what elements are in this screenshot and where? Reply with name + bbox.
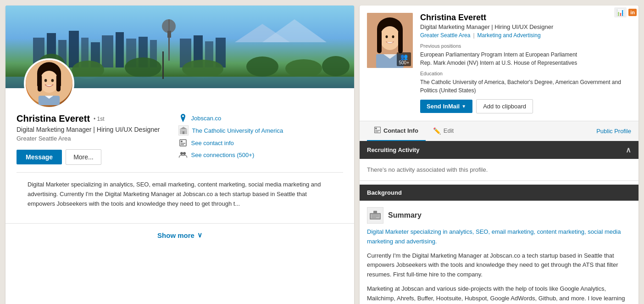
svg-rect-53 — [377, 30, 382, 53]
contact-info-link[interactable]: See contact info — [178, 138, 283, 147]
connections-link[interactable]: See connections (500+) — [178, 150, 283, 159]
action-buttons: Message More... — [17, 149, 160, 165]
message-button[interactable]: Message — [17, 150, 62, 164]
add-to-clipboard-button[interactable]: Add to clipboard — [476, 99, 533, 113]
recruiting-activity-title: Recruiting Activity — [367, 146, 419, 153]
education-text: The Catholic University of America, Bach… — [420, 78, 631, 95]
show-more-row: Show more ∨ — [6, 223, 354, 247]
right-industry[interactable]: Marketing and Advertising — [477, 32, 541, 39]
summary-highlight-text: Digital Marketer specializing in analyti… — [367, 228, 621, 245]
svg-rect-16 — [167, 31, 171, 38]
tab-contact-info[interactable]: Contact Info — [367, 121, 426, 141]
right-location[interactable]: Greater Seattle Area — [420, 32, 470, 39]
summary-title: Summary — [388, 211, 422, 220]
svg-point-47 — [180, 152, 183, 155]
svg-point-32 — [40, 71, 59, 93]
linkedin-icon: in — [628, 9, 637, 16]
svg-point-27 — [322, 56, 350, 76]
summary-body: Digital Marketer specializing in analyti… — [360, 227, 638, 304]
contact-info-tab-label: Contact Info — [383, 127, 418, 134]
connections-icon — [178, 150, 188, 159]
profile-name-title-block: Christina Everett • 1st Digital Marketin… — [17, 113, 160, 165]
jobscan-link-text: Jobscan.co — [191, 115, 222, 122]
more-button[interactable]: More... — [66, 149, 101, 165]
school-icon — [178, 125, 189, 135]
school-link[interactable]: The Catholic University of America — [178, 125, 283, 135]
svg-point-25 — [246, 56, 278, 77]
svg-marker-41 — [179, 127, 188, 129]
svg-rect-60 — [375, 128, 377, 129]
location-divider: | — [473, 32, 474, 39]
profile-summary: Digital Marketer specializing in analyti… — [17, 180, 343, 208]
svg-rect-9 — [102, 35, 113, 68]
right-profile-title: Digital Marketing Manager | Hiring UI/UX… — [420, 23, 631, 30]
public-profile-link[interactable]: Public Profile — [596, 128, 631, 135]
no-activity-message: There's no activity associated with this… — [360, 159, 638, 181]
send-inmail-label: Send InMail — [427, 103, 460, 110]
right-action-buttons: Send InMail ▼ Add to clipboard — [420, 99, 631, 113]
previous-positions-label: Previous positions — [420, 43, 631, 49]
profile-chart-icon: 📊 — [614, 7, 627, 17]
summary-icon — [367, 207, 383, 224]
connections-count-badge: 👥 500+ — [397, 52, 411, 66]
edit-tab-label: Edit — [444, 127, 454, 134]
svg-rect-54 — [398, 30, 403, 53]
profile-name: Christina Everett — [17, 113, 90, 124]
right-panel: 👥 500+ 📊 in Christina Everett Digital Ma… — [360, 6, 638, 304]
jobscan-link[interactable]: Jobscan.co — [178, 113, 283, 123]
tab-edit[interactable]: ✏️ Edit — [426, 122, 461, 141]
recruiting-activity-header: Recruiting Activity ∧ — [360, 141, 638, 159]
contact-tab-icon — [374, 127, 381, 135]
inmail-dropdown-arrow[interactable]: ▼ — [461, 104, 466, 109]
svg-point-23 — [125, 57, 161, 78]
connections-link-text: See connections (500+) — [191, 152, 255, 158]
right-profile-avatar: 👥 500+ — [367, 13, 413, 68]
right-profile-card: 👥 500+ 📊 in Christina Everett Digital Ma… — [360, 6, 638, 304]
summary-header: Summary — [360, 201, 638, 227]
profile-avatar — [24, 58, 74, 109]
show-more-button[interactable]: Show more ∨ — [157, 231, 202, 239]
linkedin-badges: 📊 in — [614, 7, 637, 17]
svg-rect-33 — [38, 74, 42, 91]
svg-point-22 — [72, 61, 104, 79]
position-1: European Parliamentary Program Intern at… — [420, 51, 631, 59]
connections-count: 500+ — [399, 60, 409, 65]
right-profile-header: 👥 500+ 📊 in Christina Everett Digital Ma… — [360, 6, 638, 121]
background-title: Background — [367, 189, 402, 196]
profile-tabs-row: Contact Info ✏️ Edit Public Profile — [360, 121, 638, 141]
right-profile-name: Christina Everett — [420, 13, 631, 23]
drop-icon — [178, 113, 188, 123]
svg-point-26 — [285, 59, 322, 78]
background-header: Background — [360, 185, 638, 201]
svg-rect-65 — [373, 211, 377, 214]
summary-para-3: Marketing at Jobscan and various side-pr… — [367, 284, 631, 304]
school-link-text: The Catholic University of America — [192, 127, 283, 134]
svg-rect-44 — [181, 141, 183, 142]
education-label: Education — [420, 71, 631, 76]
profile-links: Jobscan.co The Catholic University of Am… — [178, 113, 283, 159]
connection-badge: • 1st — [94, 116, 105, 122]
svg-rect-6 — [69, 31, 79, 68]
section-divider — [17, 172, 343, 173]
svg-point-24 — [182, 60, 223, 78]
chevron-down-icon: ∨ — [197, 231, 202, 239]
svg-point-55 — [386, 35, 388, 38]
show-more-label: Show more — [157, 231, 194, 239]
contact-icon — [178, 138, 188, 147]
left-profile-panel: Christina Everett • 1st Digital Marketin… — [6, 6, 354, 304]
collapse-recruiting-icon[interactable]: ∧ — [626, 146, 631, 154]
position-2: Rep. Mark Amodei (NV) Intern at U.S. Hou… — [420, 59, 631, 67]
previous-positions: European Parliamentary Program Intern at… — [420, 51, 631, 67]
send-inmail-button[interactable]: Send InMail ▼ — [420, 100, 472, 113]
cover-photo-container — [6, 6, 354, 88]
svg-point-35 — [44, 79, 47, 82]
svg-rect-42 — [183, 131, 184, 134]
svg-point-52 — [380, 26, 400, 50]
svg-point-56 — [392, 35, 394, 38]
profile-title: Digital Marketing Manager | Hiring UI/UX… — [17, 126, 160, 133]
profile-location: Greater Seattle Area — [17, 135, 160, 142]
svg-point-36 — [51, 79, 54, 82]
right-profile-info: 📊 in Christina Everett Digital Marketing… — [420, 13, 631, 113]
summary-para-1: Digital Marketer specializing in analyti… — [367, 227, 631, 247]
svg-rect-10 — [116, 32, 124, 68]
